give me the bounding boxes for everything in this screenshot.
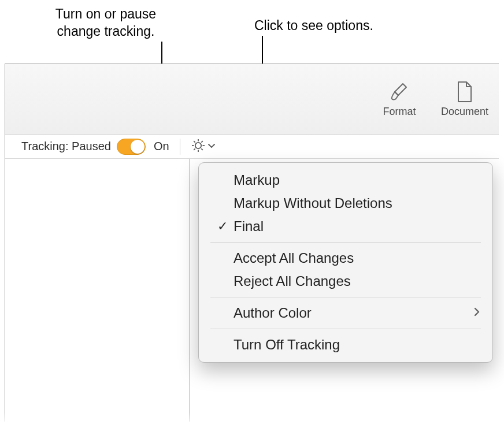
tracking-on-label: On (154, 140, 169, 153)
callout-options-text: Click to see options. (254, 18, 373, 33)
callout-toggle: Turn on or pause change tracking. (39, 6, 172, 40)
chevron-right-icon (473, 305, 481, 321)
menu-item-label: Markup (215, 172, 280, 188)
callout-toggle-line2: change tracking. (57, 24, 155, 39)
tracking-bar: Tracking: Paused On (5, 135, 499, 159)
menu-separator (210, 329, 481, 329)
tracking-options-menu: Markup Markup Without Deletions ✓ Final … (198, 162, 493, 363)
callout-options: Click to see options. (254, 17, 416, 35)
menu-item-label: Accept All Changes (215, 250, 354, 266)
menu-item-accept-all[interactable]: Accept All Changes (199, 247, 492, 270)
document-icon (455, 80, 474, 103)
menu-item-final[interactable]: ✓ Final (199, 215, 492, 238)
menu-item-reject-all[interactable]: Reject All Changes (199, 270, 492, 293)
svg-point-0 (195, 142, 201, 148)
menu-item-turn-off-tracking[interactable]: Turn Off Tracking (199, 333, 492, 356)
svg-line-6 (201, 148, 203, 150)
document-label: Document (441, 106, 488, 118)
menu-separator (210, 242, 481, 243)
tracking-status-label: Tracking: Paused (21, 140, 111, 153)
toggle-knob (131, 140, 144, 154)
menu-item-markup[interactable]: Markup (199, 169, 492, 192)
format-button[interactable]: Format (375, 80, 424, 118)
menu-item-label: Author Color (215, 305, 312, 321)
svg-line-8 (201, 141, 203, 143)
tracking-toggle[interactable] (117, 139, 146, 155)
paintbrush-icon (389, 80, 410, 103)
menu-item-label: Turn Off Tracking (215, 337, 340, 353)
toolbar: Format Document (5, 64, 499, 135)
checkmark-icon: ✓ (215, 219, 230, 234)
callout-toggle-line1: Turn on or pause (55, 6, 156, 21)
document-page[interactable] (5, 159, 190, 422)
gear-icon (191, 138, 206, 155)
menu-item-label: Markup Without Deletions (215, 195, 392, 211)
chevron-down-icon (207, 141, 216, 152)
format-label: Format (383, 106, 416, 118)
tracking-options-dropdown[interactable] (191, 138, 216, 155)
menu-item-author-color[interactable]: Author Color (199, 301, 492, 325)
separator (180, 139, 180, 155)
menu-item-markup-without-deletions[interactable]: Markup Without Deletions (199, 192, 492, 215)
menu-item-label: Reject All Changes (215, 273, 351, 289)
document-button[interactable]: Document (438, 80, 492, 118)
menu-separator (210, 297, 481, 297)
svg-line-5 (194, 141, 195, 143)
svg-line-7 (194, 148, 195, 150)
